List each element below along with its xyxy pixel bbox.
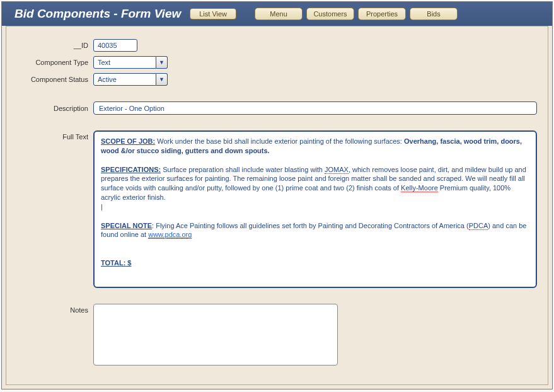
scope-label: SCOPE OF JOB: — [101, 137, 155, 145]
nav-button-group: Menu Customers Properties Bids — [251, 8, 458, 20]
fulltext-field[interactable]: SCOPE OF JOB: Work under the base bid sh… — [93, 130, 537, 288]
form-content: __ID Component Type Text ▼ Component Sta… — [6, 26, 548, 385]
properties-button[interactable]: Properties — [358, 8, 406, 20]
notes-label: Notes — [13, 304, 93, 314]
description-field[interactable] — [93, 101, 537, 115]
bids-button[interactable]: Bids — [410, 8, 458, 20]
spec-kelly: Kelly-Moore — [401, 184, 438, 192]
component-type-select[interactable]: Text ▼ — [93, 56, 168, 69]
list-view-button[interactable]: List View — [190, 8, 236, 20]
spec-text1: Surface preparation shall include water … — [161, 166, 325, 173]
spec-label: SPECIFICATIONS: — [101, 166, 161, 173]
component-status-label: Component Status — [13, 76, 93, 83]
note-text1: : Flying Ace Painting follows all guidel… — [152, 222, 469, 229]
spec-jomax: JOMAX — [325, 166, 349, 174]
component-type-value[interactable]: Text — [93, 56, 156, 69]
note-pdca: PDCA — [469, 222, 488, 230]
component-status-value[interactable]: Active — [93, 73, 156, 86]
scope-text: Work under the base bid shall include ex… — [155, 137, 404, 145]
notes-field[interactable] — [93, 304, 338, 366]
header-bar: Bid Components - Form View List View Men… — [2, 2, 552, 26]
text-cursor: | — [101, 202, 529, 212]
app-window: Bid Components - Form View List View Men… — [1, 1, 553, 389]
chevron-down-icon[interactable]: ▼ — [156, 73, 168, 86]
pdca-link[interactable]: www.pdca.org — [148, 231, 192, 239]
id-label: __ID — [13, 42, 93, 49]
page-title: Bid Components - Form View — [14, 7, 181, 21]
total-label: TOTAL: $ — [101, 259, 131, 267]
id-field[interactable] — [93, 39, 137, 52]
component-status-select[interactable]: Active ▼ — [93, 73, 168, 86]
description-label: Description — [13, 105, 93, 112]
chevron-down-icon[interactable]: ▼ — [156, 56, 168, 69]
note-label: SPECIAL NOTE — [101, 222, 152, 229]
menu-button[interactable]: Menu — [255, 8, 303, 20]
component-type-label: Component Type — [13, 59, 93, 66]
fulltext-label: Full Text — [13, 130, 93, 141]
customers-button[interactable]: Customers — [306, 8, 354, 20]
